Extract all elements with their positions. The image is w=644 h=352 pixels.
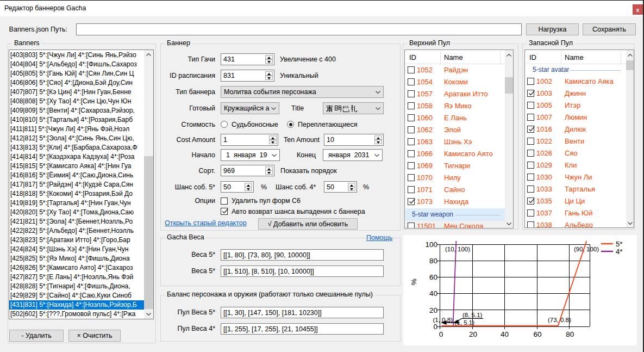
svg-text:60: 60 bbox=[533, 330, 541, 338]
svg-text:80: 80 bbox=[429, 257, 437, 265]
svg-text:20: 20 bbox=[469, 330, 477, 338]
svg-text:5*: 5* bbox=[616, 240, 622, 248]
svg-text:0: 0 bbox=[439, 330, 443, 338]
svg-text:(90, 100): (90, 100) bbox=[574, 246, 599, 252]
svg-text:60: 60 bbox=[429, 273, 437, 281]
svg-text:100: 100 bbox=[425, 240, 437, 249]
svg-text:(8, 5.1): (8, 5.1) bbox=[462, 312, 483, 318]
svg-text:%: % bbox=[410, 279, 418, 285]
svg-text:(10, 100): (10, 100) bbox=[445, 246, 470, 252]
svg-text:4*: 4* bbox=[616, 248, 622, 256]
svg-text:80: 80 bbox=[566, 330, 574, 338]
svg-text:0: 0 bbox=[433, 323, 437, 331]
svg-text:20: 20 bbox=[429, 306, 437, 314]
svg-text:40: 40 bbox=[429, 289, 437, 298]
svg-text:(73, 0.8): (73, 0.8) bbox=[548, 317, 571, 323]
svg-text:40: 40 bbox=[501, 330, 509, 338]
